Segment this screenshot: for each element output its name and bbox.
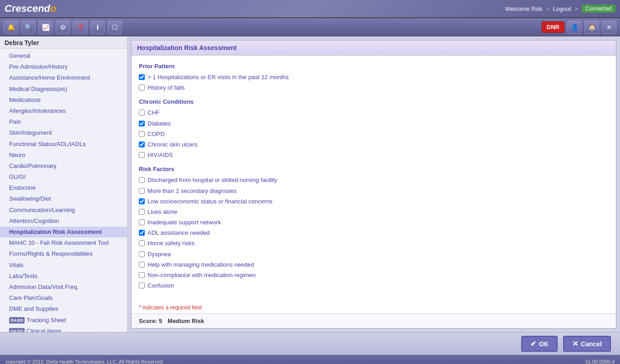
checkbox-label[interactable]: Lives alone bbox=[147, 208, 178, 216]
checkbox-risk_factors-10[interactable] bbox=[139, 283, 145, 288]
check-item: Non-compliance with medication regimen bbox=[139, 271, 609, 279]
sidebar-item[interactable]: Cardio/Pulmonary bbox=[0, 161, 127, 172]
checkbox-risk_factors-7[interactable] bbox=[139, 251, 145, 257]
sidebar-item[interactable]: GU/GI bbox=[0, 172, 127, 182]
checkbox-label[interactable]: HIV/AIDS bbox=[147, 151, 173, 159]
welcome-text: Welcome Rob bbox=[505, 5, 542, 12]
checkbox-risk_factors-4[interactable] bbox=[139, 219, 145, 225]
check-item: COPD bbox=[139, 130, 609, 138]
section-chronic_conditions: Chronic ConditionsCHFDiabetesCOPDChronic… bbox=[139, 98, 609, 159]
sidebar-item[interactable]: Swallowing/Diet bbox=[0, 193, 127, 204]
connected-badge: Connected bbox=[582, 5, 615, 13]
checkbox-label[interactable]: ADL assistance needed bbox=[147, 229, 210, 237]
checkbox-label[interactable]: Dyspnea bbox=[147, 250, 171, 258]
checkbox-label[interactable]: Chronic skin ulcers bbox=[147, 141, 198, 149]
checkbox-label[interactable]: Non-compliance with medication regimen bbox=[147, 271, 256, 279]
sidebar-item[interactable]: Labs/Tests bbox=[0, 271, 127, 282]
checkbox-label[interactable]: Inadequate support network bbox=[147, 218, 221, 227]
checkbox-label[interactable]: > 1 Hospitalizations or ER visits in the… bbox=[147, 73, 289, 81]
checkbox-risk_factors-5[interactable] bbox=[139, 230, 145, 236]
sidebar-item[interactable]: Medications bbox=[0, 95, 127, 106]
search-button[interactable]: 🔍 bbox=[21, 20, 36, 34]
settings-button[interactable]: ⚙ bbox=[56, 20, 70, 34]
checkbox-risk_factors-1[interactable] bbox=[139, 188, 145, 194]
cancel-button[interactable]: ✕ Cancel bbox=[563, 336, 611, 352]
user-icon-button[interactable]: 👤 bbox=[567, 20, 582, 34]
checkbox-risk_factors-6[interactable] bbox=[139, 240, 145, 246]
cancel-icon: ✕ bbox=[572, 339, 578, 348]
sidebar-item[interactable]: Care Plan/Goals bbox=[0, 293, 127, 303]
sidebar-item[interactable]: Communication/Learning bbox=[0, 205, 127, 216]
checkbox-label[interactable]: Diabetes bbox=[147, 120, 171, 128]
checkbox-prior_pattern-1[interactable] bbox=[139, 85, 145, 91]
checkbox-label[interactable]: History of falls bbox=[147, 84, 185, 92]
checkbox-label[interactable]: Low socioeconomic status or financial co… bbox=[147, 197, 273, 206]
checkbox-chronic_conditions-0[interactable] bbox=[139, 110, 145, 116]
sidebar-item[interactable]: Assistance/Home Environment bbox=[0, 72, 127, 83]
sidebar-item[interactable]: MAHC 10 - Fall Risk Assessment Tool bbox=[0, 238, 127, 248]
sidebar-item[interactable]: Neuro bbox=[0, 150, 127, 161]
checkbox-risk_factors-8[interactable] bbox=[139, 262, 145, 268]
help-button[interactable]: ❓ bbox=[73, 20, 87, 34]
dnr-badge: DNR bbox=[542, 21, 564, 33]
cancel-label: Cancel bbox=[581, 340, 602, 348]
info-button[interactable]: ℹ bbox=[90, 20, 105, 34]
panel-header: Hospitalization Risk Assessment bbox=[132, 40, 616, 56]
sidebar-item[interactable]: OASISTracking Sheet bbox=[0, 315, 127, 326]
sidebar-item[interactable]: Pre-Admission/History bbox=[0, 61, 127, 72]
close-button[interactable]: ✕ bbox=[602, 20, 616, 34]
checkbox-label[interactable]: Home safety risks bbox=[147, 239, 194, 248]
sidebar-item[interactable]: Medical Diagnosis(es) bbox=[0, 84, 127, 95]
checkbox-label[interactable]: CHF bbox=[147, 109, 160, 117]
sidebar-item[interactable]: OASISClinical Items bbox=[0, 326, 127, 332]
sidebar-item[interactable]: Vitals bbox=[0, 260, 127, 271]
check-item: Diabetes bbox=[139, 120, 609, 128]
checkbox-risk_factors-2[interactable] bbox=[139, 198, 145, 204]
check-item: CHF bbox=[139, 109, 609, 117]
sidebar-item[interactable]: Allergies/Intolerances bbox=[0, 106, 127, 116]
ok-button[interactable]: ✔ OK bbox=[521, 336, 558, 352]
checkbox-chronic_conditions-1[interactable] bbox=[139, 121, 145, 126]
sidebar-item[interactable]: Attention/Cognition bbox=[0, 216, 127, 227]
check-item: HIV/AIDS bbox=[139, 151, 609, 159]
section-risk_factors: Risk FactorsDischarged from hospital or … bbox=[139, 166, 609, 290]
sidebar-item[interactable]: Functional Status/ADL/IADLs bbox=[0, 139, 127, 150]
checkbox-risk_factors-3[interactable] bbox=[139, 209, 145, 215]
section-prior_pattern: Prior Pattern> 1 Hospitalizations or ER … bbox=[139, 63, 609, 92]
check-item: More than 2 secondary diagnoses bbox=[139, 187, 609, 195]
notes-button[interactable]: ☐ bbox=[107, 20, 122, 34]
sidebar-item[interactable]: Skin/Integument bbox=[0, 127, 127, 138]
sidebar-item[interactable]: DME and Supplies bbox=[0, 303, 127, 314]
checkbox-chronic_conditions-2[interactable] bbox=[139, 131, 145, 137]
sidebar-item[interactable]: General bbox=[0, 51, 127, 61]
action-bar: ✔ OK ✕ Cancel bbox=[0, 332, 620, 355]
check-item: History of falls bbox=[139, 84, 609, 92]
sidebar-item[interactable]: Hospitalization Risk Assessment bbox=[0, 227, 127, 238]
logout-link[interactable]: Logout bbox=[553, 5, 571, 12]
checkbox-prior_pattern-0[interactable] bbox=[139, 74, 145, 80]
content-area: Hospitalization Risk Assessment Prior Pa… bbox=[127, 36, 620, 332]
section-title-prior_pattern: Prior Pattern bbox=[139, 63, 609, 70]
checkbox-chronic_conditions-3[interactable] bbox=[139, 142, 145, 147]
checkbox-label[interactable]: Discharged from hospital or skilled nurs… bbox=[147, 176, 277, 184]
checkbox-label[interactable]: Help with managing medications needed bbox=[147, 261, 254, 269]
sidebar-item[interactable]: Pain bbox=[0, 116, 127, 127]
sidebar-item[interactable]: Forms/Rights & Responsibilities bbox=[0, 248, 127, 259]
checkbox-chronic_conditions-4[interactable] bbox=[139, 152, 145, 158]
checkbox-risk_factors-9[interactable] bbox=[139, 272, 145, 278]
sidebar-item[interactable]: Admission Data/Visit Freq. bbox=[0, 282, 127, 293]
checkbox-risk_factors-0[interactable] bbox=[139, 177, 145, 183]
separator2: > bbox=[574, 5, 578, 12]
sidebar-item[interactable]: Endocrine bbox=[0, 182, 127, 193]
checkbox-label[interactable]: Confusion bbox=[147, 282, 174, 290]
chart-button[interactable]: 📈 bbox=[38, 20, 53, 34]
footer: copyright © 2012, Delta Health Technolog… bbox=[0, 355, 620, 364]
home-button[interactable]: 🏠 bbox=[584, 20, 599, 34]
check-item: Inadequate support network bbox=[139, 218, 609, 227]
check-item: Lives alone bbox=[139, 208, 609, 216]
toolbar: 🔔 🔍 📈 ⚙ ❓ ℹ ☐ DNR 👤 🏠 ✕ bbox=[0, 18, 620, 36]
checkbox-label[interactable]: COPD bbox=[147, 130, 165, 138]
checkbox-label[interactable]: More than 2 secondary diagnoses bbox=[147, 187, 237, 195]
alert-button[interactable]: 🔔 bbox=[4, 20, 18, 34]
main-layout: Debra Tyler GeneralPre-Admission/History… bbox=[0, 36, 620, 332]
